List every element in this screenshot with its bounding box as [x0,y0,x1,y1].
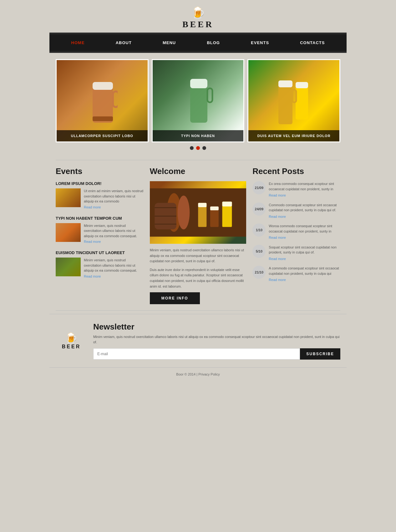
email-input[interactable] [93,348,300,360]
slide-3-caption: DUIS AUTEM VEL EUM IRIURE DOLOR [248,130,339,141]
event-2-read-more[interactable]: Read more [84,240,144,243]
newsletter-logo-title: BEER [56,344,87,350]
svg-rect-22 [210,207,219,210]
post-item-2: 24/09 Commodo consequat xcopteur sint oc… [252,202,340,219]
svg-rect-8 [278,80,292,87]
post-2-text: Commodo consequat xcopteur sint occaocat… [269,203,337,212]
events-column: Events LOREM IPSUM DOLOR! Ut enim ad min… [56,166,144,304]
welcome-title: Welcome [150,166,246,176]
svg-point-14 [177,196,190,229]
divider-2 [56,310,340,311]
nav-about[interactable]: ABOUT [113,39,135,47]
recent-posts-column: Recent Posts 21/09 Ex orea commodo conse… [252,166,340,304]
welcome-text-1: Minim veniam, quis nostrud oxercitation … [150,248,246,264]
post-2-read-more[interactable]: Read more [269,214,340,219]
event-1-title: LOREM IPSUM DOLOR! [56,181,144,186]
post-4-read-more[interactable]: Read more [269,256,340,262]
slider-section: ULLAMCORPER SUSCIPIT LOBO TYPI NON HABEN [49,53,347,160]
post-5-text: A commodo consequat xcoptour sint occaoc… [269,266,339,275]
post-4-content: Soquat xcoptour sint occaocat cupidatat … [269,245,340,262]
welcome-column: Welcome Minim veniam, quis nostrud ox [150,166,246,304]
newsletter-section: 🍺 BEER Newsletter Minim veniam, quis nos… [49,314,347,367]
event-2-text: Minim veniam, quis nostrud oxercitation … [84,223,144,239]
post-3-read-more[interactable]: Read more [269,235,340,240]
nav-events[interactable]: EVENTS [248,39,272,47]
event-3-thumb [56,258,81,276]
post-item-5: 21/10 A commodo consequat xcoptour sint … [252,266,340,283]
post-1-read-more[interactable]: Read more [269,193,340,198]
event-1-read-more[interactable]: Read more [84,205,144,209]
event-1-text: Ut enim ad minim veniam, quis nostrud ox… [84,188,144,204]
slide-1-caption: ULLAMCORPER SUSCIPIT LOBO [57,130,148,141]
slide-3[interactable]: DUIS AUTEM VEL EUM IRIURE DOLOR [247,59,340,142]
newsletter-logo-icon: 🍺 [56,332,87,344]
svg-rect-11 [292,90,296,102]
dot-3[interactable] [202,146,206,150]
event-3-text: Minim veniam, quis nostrud oxercitation … [84,258,144,273]
site-footer: Boor © 2014 | Privacy Policy [49,367,347,381]
post-item-4: 5/10 Soquat xcoptour sint occaocat cupid… [252,245,340,262]
svg-rect-6 [207,88,212,102]
site-header: 🍺 BEER [49,0,347,33]
nav-menu[interactable]: MENU [160,39,179,47]
main-nav: HOME ABOUT MENU BLOG EVENTS CONTACTS [49,33,347,53]
post-5-date: 21/10 [252,266,266,279]
subscribe-button[interactable]: SUBSCRIBE [300,348,340,360]
nav-contacts[interactable]: CONTACTS [297,39,328,47]
svg-rect-1 [93,82,113,90]
svg-rect-2 [113,91,118,107]
post-5-content: A commodo consequat xcoptour sint occaoc… [269,266,340,283]
event-2-thumb [56,223,81,242]
svg-rect-10 [296,82,308,88]
post-2-content: Commodo consequat xcopteur sint occaocat… [269,202,340,219]
newsletter-title: Newsletter [93,322,340,332]
post-4-date: 5/10 [252,245,266,258]
dot-1[interactable] [190,146,194,150]
post-item-1: 21/09 Ex orea commodo consequat xcoptour… [252,181,340,198]
newsletter-info: Newsletter Minim veniam, quis nostrud ox… [93,322,340,360]
slide-2-caption: TYPI NON HABEN [153,130,244,141]
event-item-3: EUISMOD TINCIDUNT UT LAOREET Minim venia… [56,250,144,278]
logo-icon: 🍺 [49,6,347,19]
newsletter-description: Minim veniam, quis nostrud oxercitation … [93,334,340,345]
footer-copyright: Boor © 2014 | Privacy Policy [176,372,220,376]
svg-rect-3 [93,116,113,121]
post-1-date: 21/09 [252,181,266,194]
post-2-date: 24/09 [252,202,266,216]
event-2-title: TYPI NON HABENT TEMPOR CUM [56,216,144,221]
dot-2[interactable] [196,146,200,150]
events-title: Events [56,166,144,176]
svg-rect-24 [222,202,232,206]
event-1-thumb [56,188,81,207]
slide-2[interactable]: TYPI NON HABEN [152,59,245,142]
slider-wrapper: ULLAMCORPER SUSCIPIT LOBO TYPI NON HABEN [56,59,340,142]
nav-home[interactable]: HOME [68,39,88,47]
nav-blog[interactable]: BLOG [204,39,223,47]
post-3-date: 1/10 [252,223,266,237]
recent-posts-title: Recent Posts [252,166,340,176]
post-1-text: Ex orea commodo consequat xcoptour sint … [269,182,334,191]
newsletter-form: SUBSCRIBE [93,348,340,360]
welcome-image [150,181,246,244]
event-2-content: Minim veniam, quis nostrud oxercitation … [84,223,144,244]
more-info-button[interactable]: MORE INFO [150,292,200,304]
welcome-text-2: Duis aute irure dolor in reprehonderit i… [150,267,246,289]
post-3-content: Woroa commodo consequat xcopteur sint oc… [269,223,340,240]
event-3-read-more[interactable]: Read more [84,274,144,278]
post-1-content: Ex orea commodo consequat xcoptour sint … [269,181,340,198]
post-item-3: 1/10 Woroa commodo consequat xcopteur si… [252,223,340,240]
post-5-read-more[interactable]: Read more [269,277,340,283]
svg-rect-20 [198,203,206,207]
event-3-content: Minim veniam, quis nostrud oxercitation … [84,258,144,278]
post-3-text: Woroa commodo consequat xcopteur sint oc… [269,224,332,233]
svg-rect-5 [190,79,207,88]
post-4-text: Soquat xcoptour sint occaocat cupidatat … [269,245,336,254]
content-area: Events LOREM IPSUM DOLOR! Ut enim ad min… [49,160,347,310]
event-item-2: TYPI NON HABENT TEMPOR CUM Minim veniam,… [56,216,144,244]
event-3-title: EUISMOD TINCIDUNT UT LAOREET [56,250,144,255]
slider-dots [56,142,340,154]
slide-1[interactable]: ULLAMCORPER SUSCIPIT LOBO [56,59,149,142]
site-title: BEER [49,19,347,29]
event-item-1: LOREM IPSUM DOLOR! Ut enim ad minim veni… [56,181,144,209]
newsletter-logo: 🍺 BEER [56,332,87,350]
